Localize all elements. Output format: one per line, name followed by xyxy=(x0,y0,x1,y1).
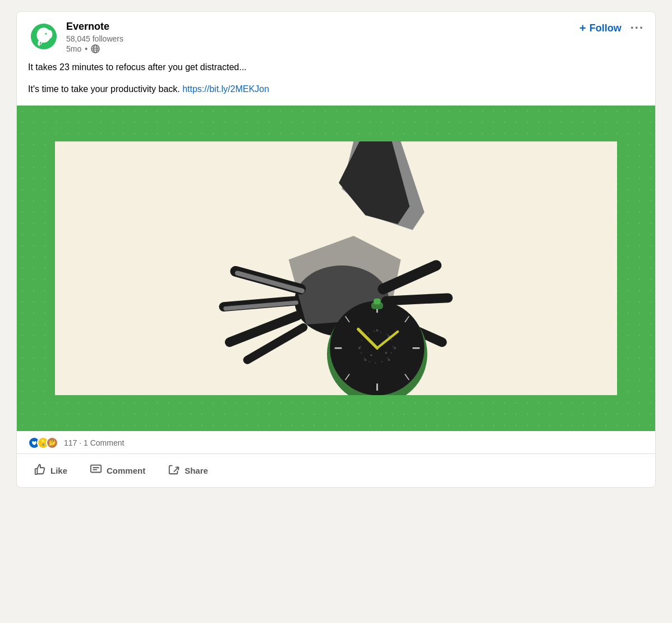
share-label: Share xyxy=(185,466,208,475)
svg-point-32 xyxy=(358,347,361,349)
followers-count: 58,045 followers xyxy=(66,34,123,43)
share-icon xyxy=(168,463,180,478)
image-scene xyxy=(17,106,655,431)
time-ago: 5mo xyxy=(66,44,81,53)
post-header: Evernote 58,045 followers 5mo • xyxy=(17,12,655,60)
post-line2-prefix: It's time to take your productivity back… xyxy=(28,84,180,94)
comment-icon xyxy=(90,463,102,478)
svg-point-39 xyxy=(380,331,382,333)
post-card: Evernote 58,045 followers 5mo • xyxy=(16,11,656,488)
follow-label: Follow xyxy=(590,22,622,34)
svg-point-31 xyxy=(364,359,366,361)
svg-line-19 xyxy=(386,297,448,300)
svg-point-30 xyxy=(388,359,390,361)
svg-point-29 xyxy=(394,347,396,349)
curious-reaction-icon: 🤔 xyxy=(46,437,58,449)
svg-point-48 xyxy=(363,357,365,359)
svg-rect-63 xyxy=(374,298,381,304)
svg-rect-67 xyxy=(91,465,101,472)
svg-point-50 xyxy=(360,345,362,347)
svg-point-44 xyxy=(387,357,389,359)
svg-point-37 xyxy=(368,332,370,334)
header-actions: + Follow ··· xyxy=(579,21,644,35)
share-button[interactable]: Share xyxy=(157,456,219,485)
evernote-logo-icon xyxy=(30,23,57,50)
actions-bar: Like Comment Share xyxy=(17,454,655,487)
follow-button[interactable]: + Follow xyxy=(579,22,622,35)
post-body: It takes 23 minutes to refocus after you… xyxy=(17,60,655,106)
more-options-button[interactable]: ··· xyxy=(630,21,644,35)
svg-point-51 xyxy=(361,340,363,341)
company-name[interactable]: Evernote xyxy=(66,21,123,33)
company-avatar[interactable] xyxy=(28,21,59,52)
svg-point-41 xyxy=(391,339,393,341)
engagement-count: 117 · 1 Comment xyxy=(64,438,124,447)
like-button[interactable]: Like xyxy=(22,456,79,485)
post-image xyxy=(17,106,655,431)
comment-button[interactable]: Comment xyxy=(79,456,157,485)
engagement-bar: 💡 🤔 117 · 1 Comment xyxy=(17,431,655,454)
plus-icon: + xyxy=(579,22,586,35)
svg-point-36 xyxy=(371,354,372,356)
globe-icon xyxy=(91,44,100,53)
post-line1: It takes 23 minutes to refocus after you… xyxy=(28,60,644,75)
svg-point-2 xyxy=(47,30,53,38)
illustration-svg xyxy=(55,141,616,395)
author-info: Evernote 58,045 followers 5mo • xyxy=(28,21,123,53)
svg-point-43 xyxy=(391,352,393,354)
svg-point-47 xyxy=(369,361,371,363)
svg-point-45 xyxy=(381,361,383,363)
svg-point-38 xyxy=(374,331,375,332)
svg-point-3 xyxy=(45,33,47,35)
post-link[interactable]: https://bit.ly/2MEKJon xyxy=(182,84,269,94)
svg-point-42 xyxy=(393,345,394,347)
dot-separator: • xyxy=(85,44,88,53)
reaction-icons: 💡 🤔 xyxy=(28,437,58,449)
image-inner xyxy=(55,141,616,395)
svg-point-40 xyxy=(386,333,388,335)
like-label: Like xyxy=(50,466,67,475)
svg-point-35 xyxy=(385,352,387,354)
post-line2: It's time to take your productivity back… xyxy=(28,82,644,97)
svg-point-46 xyxy=(375,362,376,364)
like-icon xyxy=(34,463,46,478)
comment-label: Comment xyxy=(107,466,145,475)
svg-point-27 xyxy=(376,329,379,331)
post-meta: 5mo • xyxy=(66,44,123,53)
svg-point-49 xyxy=(361,352,362,354)
company-details: Evernote 58,045 followers 5mo • xyxy=(66,21,123,53)
